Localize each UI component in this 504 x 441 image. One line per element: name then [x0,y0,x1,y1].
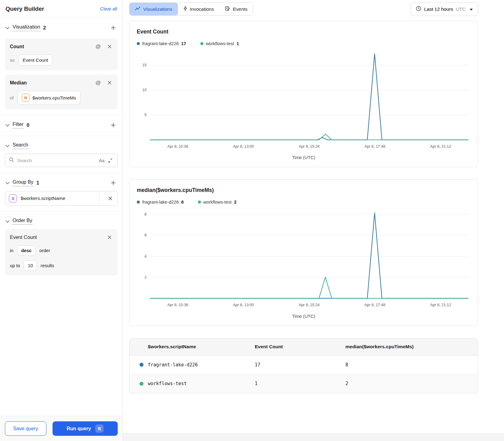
svg-text:Apr 8, 17:48: Apr 8, 17:48 [364,144,385,149]
clear-all-button[interactable]: Clear all [100,6,117,11]
svg-text:4: 4 [144,254,147,259]
event-count-plot[interactable]: 51015Apr 8, 10:36Apr 8, 13:00Apr 8, 15:2… [137,49,471,154]
remove-order-by-button[interactable] [106,234,113,240]
series-dot [198,201,201,204]
visualization-alias-field[interactable]: Event Count [18,55,53,65]
svg-text:Apr 8, 13:00: Apr 8, 13:00 [233,144,254,149]
chevron-down-icon[interactable] [6,25,10,30]
chart-title: Event Count [137,29,471,35]
save-query-button[interactable]: Save query [5,421,46,436]
result-limit-input[interactable]: 10 [24,260,37,271]
regex-icon[interactable]: * [108,158,114,163]
column-header-script-name[interactable]: $workers.scriptName [129,344,255,349]
main-toolbar: Visualizations Invocations Events Last 1… [129,0,478,21]
close-icon [108,81,112,85]
series-name: fragrant-lake-d226 [142,41,179,46]
run-query-button[interactable]: Run query R [53,421,118,436]
search-input[interactable] [17,158,96,163]
keyboard-shortcut-badge: R [95,424,104,433]
order-by-card: Event Count in desc order up to 10 resul… [5,229,118,275]
group-by-section-label[interactable]: Group By [13,179,33,186]
add-filter-button[interactable] [109,121,117,129]
order-by-section-label[interactable]: Order By [13,218,32,225]
chevron-down-icon[interactable] [6,219,10,224]
of-label: of [10,95,14,100]
legend-item[interactable]: fragrant-lake-d226 8 [137,200,184,205]
series-name: workflows-test [203,200,232,205]
median-cputime-chart-card: median($workers.cpuTimeMs) fragrant-lake… [129,179,478,326]
median-cputime-plot[interactable]: 2468Apr 8, 10:36Apr 8, 13:00Apr 8, 15:24… [137,207,471,313]
legend-item[interactable]: workflows-test 2 [198,200,237,205]
sidebar-footer: Save query Run query R [0,416,123,441]
visualization-section-label[interactable]: Visualization [13,24,40,31]
svg-text:Apr 8, 10:36: Apr 8, 10:36 [167,303,188,307]
main-content: Visualizations Invocations Events Last 1… [123,0,504,433]
time-range-label: Last 12 hours [424,6,453,12]
chevron-down-icon[interactable] [6,123,10,128]
svg-text:Apr 8, 17:48: Apr 8, 17:48 [364,303,385,307]
chart-legend: fragrant-lake-d226 17 workflows-test 1 [137,41,471,46]
section-group-by: Group By 1 S $workers.scriptName [0,173,123,212]
event-count-cell: 1 [255,381,345,386]
column-header-event-count[interactable]: Event Count [255,344,345,349]
tab-events[interactable]: Events [219,3,253,15]
x-axis-label: Time (UTC) [137,154,471,162]
table-row[interactable]: workflows-test 1 2 [129,374,478,393]
svg-text:Apr 8, 10:36: Apr 8, 10:36 [167,144,188,149]
tab-label: Events [233,6,247,12]
close-icon [108,196,112,201]
table-header-row: $workers.scriptName Event Count median($… [129,338,478,356]
as-label: as [10,57,15,63]
match-case-icon[interactable]: Aa [99,158,104,163]
chevron-down-icon[interactable] [6,180,10,185]
svg-text:Apr 8, 15:24: Apr 8, 15:24 [299,144,320,149]
in-label: in [10,248,14,253]
divider [99,191,100,205]
add-group-by-button[interactable] [109,179,117,187]
query-builder-sidebar: Query Builder Clear all Visualization 2 … [0,0,123,441]
section-visualization: Visualization 2 Count @ as Event Count [0,18,123,115]
group-by-item[interactable]: S $workers.scriptName [5,191,118,206]
plus-icon [111,123,116,128]
tab-invocations[interactable]: Invocations [178,3,219,15]
series-dot [140,363,144,367]
visualization-count: 2 [43,25,46,31]
table-row[interactable]: fragrant-lake-d226 17 8 [129,356,478,374]
time-range-select[interactable]: Last 12 hours UTC [411,2,478,16]
visualization-card-count: Count @ as Event Count [5,38,118,70]
series-dot [137,201,140,204]
field-name: $workers.cpuTimeMs [33,95,76,100]
search-section-label[interactable]: Search [13,142,28,149]
remove-group-by-button[interactable] [103,191,117,205]
event-note-icon [225,6,230,12]
svg-text:15: 15 [142,63,147,67]
tab-visualizations[interactable]: Visualizations [129,3,178,15]
tab-label: Visualizations [143,6,172,12]
legend-item[interactable]: workflows-test 1 [200,41,239,46]
plus-icon [111,25,116,30]
svg-text:Apr 8, 13:00: Apr 8, 13:00 [233,303,254,307]
svg-text:2: 2 [144,275,147,279]
filter-section-label[interactable]: Filter [13,122,24,129]
remove-visualization-button[interactable] [106,43,113,50]
add-visualization-button[interactable] [109,24,117,32]
up-to-label: up to [10,263,20,268]
run-query-label: Run query [67,426,91,431]
chevron-down-icon[interactable] [6,143,10,148]
visualization-card-title: Count [10,44,96,49]
at-sign-icon[interactable]: @ [96,80,101,86]
search-box: Aa * [5,154,118,167]
filter-count: 0 [27,123,30,128]
legend-item[interactable]: fragrant-lake-d226 17 [137,41,186,46]
column-header-median[interactable]: median($workers.cpuTimeMs) [345,344,478,349]
results-label: results [41,263,54,268]
at-sign-icon[interactable]: @ [96,44,101,50]
sidebar-header: Query Builder Clear all [0,0,123,18]
visualization-field-select[interactable]: N $workers.cpuTimeMs [18,91,81,104]
remove-visualization-button[interactable] [106,80,113,86]
order-direction-select[interactable]: desc [17,245,36,256]
chart-title: median($workers.cpuTimeMs) [137,187,471,193]
svg-text:Apr 8, 21:12: Apr 8, 21:12 [430,144,451,149]
svg-text:8: 8 [144,212,147,217]
lightning-icon [183,6,187,12]
